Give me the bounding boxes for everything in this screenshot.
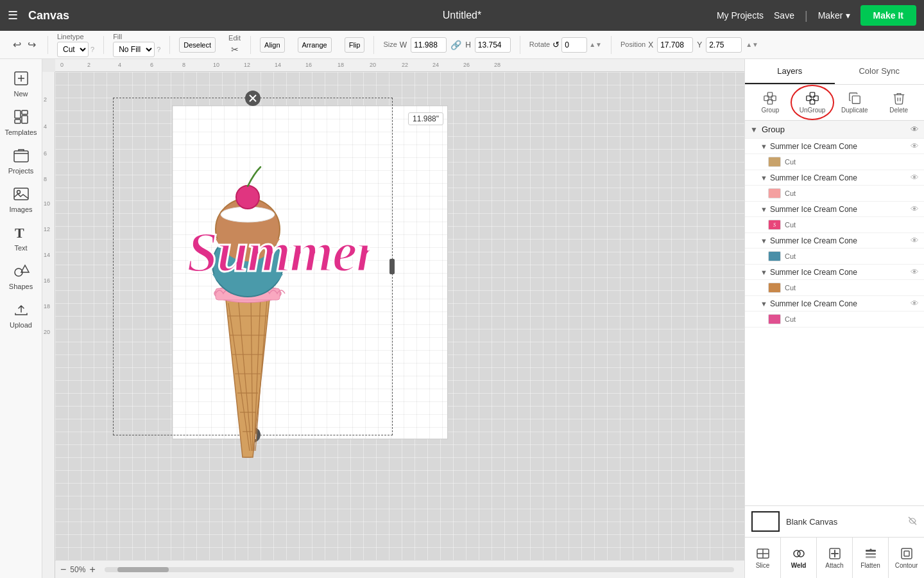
svg-rect-62 xyxy=(904,551,909,556)
layer-eye-icon[interactable]: 👁 xyxy=(911,236,919,245)
duplicate-button[interactable]: Duplicate xyxy=(833,89,876,116)
contour-icon xyxy=(900,547,914,561)
ungroup-icon xyxy=(805,91,819,105)
layer-eye-icon[interactable]: 👁 xyxy=(911,299,919,308)
save-button[interactable]: Save xyxy=(774,10,794,21)
layer-eye-icon[interactable]: 👁 xyxy=(911,204,919,214)
layer-swatch xyxy=(768,188,781,198)
close-handle[interactable] xyxy=(245,91,261,106)
group-eye-icon[interactable]: 👁 xyxy=(911,125,919,134)
canvas-scroll[interactable]: 11.988" xyxy=(55,72,744,560)
layer-cut-label: Cut xyxy=(785,158,796,166)
weld-button[interactable]: Weld xyxy=(781,538,817,578)
ruler-mark: 24 xyxy=(432,62,439,68)
contour-button[interactable]: Contour xyxy=(889,538,924,578)
ruler-mark: 14 xyxy=(275,62,281,68)
layer-name: Summer Ice Cream Cone xyxy=(770,236,911,245)
layer-eye-icon[interactable]: 👁 xyxy=(911,173,919,182)
sidebar-label-upload: Upload xyxy=(10,321,32,329)
main-layout: New Templates Projects xyxy=(0,59,924,578)
zoom-out-button[interactable]: − xyxy=(60,564,66,575)
sidebar-item-new[interactable]: New xyxy=(0,64,42,103)
layer-expand-icon: ▼ xyxy=(760,268,767,276)
layer-item[interactable]: ▼ Summer Ice Cream Cone 👁 xyxy=(745,202,924,217)
maker-chevron-icon: ▾ xyxy=(846,10,850,21)
group-header[interactable]: ▼ Group 👁 xyxy=(745,121,924,139)
ruler-vertical: 2 4 6 8 10 12 14 16 18 20 xyxy=(42,72,55,578)
zoom-in-button[interactable]: + xyxy=(89,564,95,575)
pos-x-input[interactable] xyxy=(657,37,693,53)
pos-y-input[interactable] xyxy=(706,37,742,53)
arrange-button[interactable]: Arrange xyxy=(298,37,332,53)
layer-item[interactable]: ▼ Summer Ice Cream Cone 👁 xyxy=(745,170,924,186)
fill-help[interactable]: ? xyxy=(157,46,160,53)
blank-canvas-eye-icon[interactable] xyxy=(907,516,918,528)
layer-item[interactable]: ▼ Summer Ice Cream Cone 👁 xyxy=(745,296,924,311)
fill-select[interactable]: No Fill xyxy=(113,42,155,57)
header-right: My Projects Save | Maker ▾ Make It xyxy=(717,5,916,26)
sidebar-item-shapes[interactable]: Shapes xyxy=(0,257,42,295)
layer-item[interactable]: ▼ Summer Ice Cream Cone 👁 xyxy=(745,139,924,154)
ruler-mark-v: 12 xyxy=(44,226,50,232)
slice-button[interactable]: Slice xyxy=(745,538,781,578)
make-it-button[interactable]: Make It xyxy=(860,5,916,26)
width-input[interactable] xyxy=(411,37,447,53)
layer-cut-label: Cut xyxy=(785,284,796,292)
maker-selector[interactable]: Maker ▾ xyxy=(818,10,850,21)
my-projects-link[interactable]: My Projects xyxy=(717,10,764,21)
height-input[interactable] xyxy=(475,37,511,53)
ruler-mark-v: 8 xyxy=(44,176,47,182)
menu-icon[interactable]: ☰ xyxy=(8,8,18,22)
layer-sub-item: Cut xyxy=(745,311,924,328)
ungroup-button[interactable]: UnGroup xyxy=(794,89,831,116)
delete-button[interactable]: Delete xyxy=(877,89,920,116)
ruler-mark-v: 16 xyxy=(44,277,50,284)
layer-item[interactable]: ▼ Summer Ice Cream Cone 👁 xyxy=(745,233,924,249)
width-icon: W xyxy=(400,40,407,49)
ruler-mark: 26 xyxy=(463,62,470,68)
sidebar-item-images[interactable]: Images xyxy=(0,180,42,218)
flatten-button[interactable]: Flatten xyxy=(853,538,889,578)
linetype-help[interactable]: ? xyxy=(90,46,94,53)
rotate-input[interactable] xyxy=(561,37,587,53)
deselect-button[interactable]: Deselect xyxy=(179,37,216,53)
tab-layers[interactable]: Layers xyxy=(745,59,835,84)
redo-button[interactable]: ↪ xyxy=(25,37,38,52)
layer-actions: Group UnGroup xyxy=(745,85,924,121)
ungroup-highlight: UnGroup xyxy=(793,87,832,118)
layer-item[interactable]: ▼ Summer Ice Cream Cone 👁 xyxy=(745,265,924,280)
flip-button[interactable]: Flip xyxy=(345,37,365,53)
linetype-select[interactable]: Cut xyxy=(57,42,89,57)
layer-name: Summer Ice Cream Cone xyxy=(770,173,911,182)
sidebar-item-projects[interactable]: Projects xyxy=(0,141,42,180)
edit-button[interactable]: ✂ xyxy=(228,43,241,56)
sidebar-item-upload[interactable]: Upload xyxy=(0,295,42,334)
sidebar-item-text[interactable]: T Text xyxy=(0,218,42,257)
layer-cut-label: Cut xyxy=(785,189,796,197)
svg-point-56 xyxy=(798,550,804,557)
layer-eye-icon[interactable]: 👁 xyxy=(911,141,919,151)
ruler-mark-v: 20 xyxy=(44,329,50,335)
layer-cut-label: Cut xyxy=(785,252,796,260)
tab-color-sync[interactable]: Color Sync xyxy=(835,59,925,84)
sidebar-label-projects: Projects xyxy=(8,167,34,175)
attach-button[interactable]: Attach xyxy=(817,538,853,578)
group-button[interactable]: Group xyxy=(749,89,792,116)
pos-x-icon: X xyxy=(648,40,653,49)
svg-point-9 xyxy=(17,191,20,194)
align-group: Align xyxy=(256,37,288,53)
size-group: Size W 🔗 H xyxy=(379,37,514,53)
layer-eye-icon[interactable]: 👁 xyxy=(911,267,919,277)
layer-expand-icon: ▼ xyxy=(760,174,767,182)
layer-name: Summer Ice Cream Cone xyxy=(770,299,911,308)
layer-cut-label: Cut xyxy=(785,221,796,229)
align-button[interactable]: Align xyxy=(260,37,284,53)
rotate-group: Rotate ↺ ▲▼ xyxy=(526,37,606,53)
sidebar-item-templates[interactable]: Templates xyxy=(0,103,42,141)
edit-label: Edit xyxy=(228,34,241,42)
link-icon[interactable]: 🔗 xyxy=(450,40,461,50)
toolbar: ↩ ↪ Linetype Cut ? Fill No Fill ? xyxy=(0,31,924,59)
undo-button[interactable]: ↩ xyxy=(10,37,24,52)
document-title: Untitled* xyxy=(443,10,481,21)
ruler-mark: 20 xyxy=(370,62,376,68)
